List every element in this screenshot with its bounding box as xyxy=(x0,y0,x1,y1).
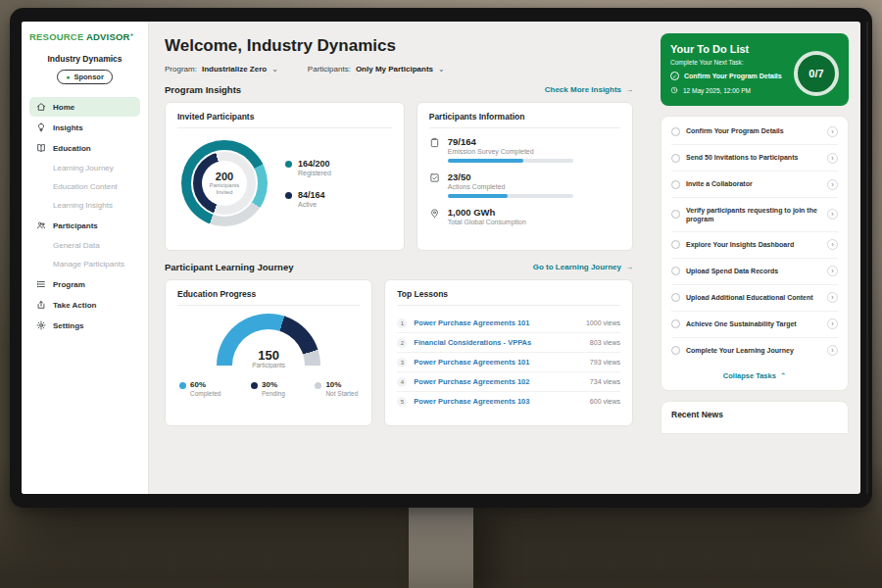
legend-completed: 60% Completed xyxy=(179,380,220,397)
lesson-row: 2 Financial Considerations - VPPAs 803 v… xyxy=(397,333,620,353)
task-checkbox[interactable] xyxy=(671,240,680,249)
gauge-legend: 60% Completed 30% Pending xyxy=(177,380,360,397)
lesson-rank: 1 xyxy=(397,318,407,328)
lesson-link[interactable]: Power Purchase Agreements 101 xyxy=(414,318,579,327)
task-row[interactable]: Explore Your Insights Dashboard › xyxy=(671,232,838,259)
task-checkbox[interactable] xyxy=(671,180,680,189)
chevron-right-icon[interactable]: › xyxy=(827,209,838,220)
chevron-down-icon: ⌄ xyxy=(438,66,445,74)
participants-select-label: Participants: xyxy=(308,65,351,74)
task-checkbox[interactable] xyxy=(671,154,680,163)
sidebar-item-general-data[interactable]: General Data xyxy=(29,236,140,255)
chevron-right-icon[interactable]: › xyxy=(827,318,838,329)
lesson-row: 3 Power Purchase Agreements 101 793 view… xyxy=(397,353,620,372)
task-checkbox[interactable] xyxy=(671,346,680,355)
task-checkbox[interactable] xyxy=(671,319,680,328)
sidebar: RESOURCE ADVISOR+ Industry Dynamics ● Sp… xyxy=(22,22,149,494)
lesson-rank: 4 xyxy=(397,377,407,387)
lesson-link[interactable]: Power Purchase Agreements 103 xyxy=(414,397,583,406)
section-title-learning-journey: Participant Learning Journey xyxy=(165,262,293,272)
task-row[interactable]: Achieve One Sustainability Target › xyxy=(671,312,838,338)
sidebar-item-program[interactable]: Program xyxy=(29,274,140,294)
todo-tasks-card: Confirm Your Program Details › Send 50 I… xyxy=(661,116,849,391)
sidebar-item-learning-journey[interactable]: Learning Journey xyxy=(29,159,140,177)
sidebar-nav: Home Insights Education Learning Journey… xyxy=(29,96,140,336)
check-more-insights-link[interactable]: Check More Insights → xyxy=(545,85,633,94)
chevron-up-icon: ⌃ xyxy=(780,371,786,380)
monitor-stand xyxy=(409,506,473,588)
gauge-center-label: Participants xyxy=(217,362,320,368)
chevron-right-icon[interactable]: › xyxy=(827,153,838,164)
lesson-rank: 2 xyxy=(397,338,407,348)
task-row[interactable]: Send 50 Invitations to Participants › xyxy=(671,145,838,172)
program-select[interactable]: Program: Industrialize Zero ⌄ xyxy=(165,65,278,74)
task-row[interactable]: Invite a Collaborator › xyxy=(671,172,838,198)
home-icon xyxy=(36,102,46,112)
progress-bar xyxy=(448,194,573,198)
stat-emission-survey: 79/164 Emission Survey Completed xyxy=(429,136,620,163)
lesson-link[interactable]: Power Purchase Agreements 102 xyxy=(414,377,583,386)
sidebar-item-manage-participants[interactable]: Manage Participants xyxy=(29,255,140,273)
lesson-views: 734 views xyxy=(590,378,620,385)
list-icon xyxy=(36,279,46,289)
sidebar-item-home[interactable]: Home xyxy=(29,97,140,117)
program-insights-header: Program Insights Check More Insights → xyxy=(165,84,633,95)
chevron-right-icon[interactable]: › xyxy=(827,239,838,250)
sidebar-item-participants[interactable]: Participants xyxy=(29,216,140,235)
sidebar-item-insights[interactable]: Insights xyxy=(29,118,140,137)
legend-registered: 164/200 Registered xyxy=(285,159,331,176)
lesson-link[interactable]: Financial Considerations - VPPAs xyxy=(414,338,583,347)
chevron-right-icon[interactable]: › xyxy=(827,292,838,303)
lesson-views: 793 views xyxy=(590,359,620,366)
chevron-down-icon: ⌄ xyxy=(271,66,278,74)
task-checkbox[interactable] xyxy=(671,127,680,136)
sidebar-item-learning-insights[interactable]: Learning Insights xyxy=(29,196,140,215)
task-checkbox[interactable] xyxy=(671,293,680,302)
task-row[interactable]: Upload Spend Data Records › xyxy=(671,259,838,285)
monitor-frame: RESOURCE ADVISOR+ Industry Dynamics ● Sp… xyxy=(10,8,872,508)
recent-news-title: Recent News xyxy=(671,410,838,419)
sidebar-item-take-action[interactable]: Take Action xyxy=(29,295,140,315)
go-to-learning-journey-link[interactable]: Go to Learning Journey → xyxy=(533,263,633,271)
task-row[interactable]: Confirm Your Program Details › xyxy=(671,119,838,145)
lesson-row: 5 Power Purchase Agreements 103 600 view… xyxy=(397,392,620,411)
education-progress-gauge-chart: 150 Participants xyxy=(217,314,320,368)
invited-participants-donut-chart: 200 Participants Invited xyxy=(181,140,268,226)
chevron-right-icon[interactable]: › xyxy=(827,266,838,276)
donut-center-label: Participants Invited xyxy=(202,182,247,196)
invited-participants-card: Invited Participants 200 Participants In… xyxy=(165,102,405,251)
sponsor-badge-label: Sponsor xyxy=(74,73,103,81)
lesson-views: 1000 views xyxy=(586,319,620,326)
learning-journey-cards: Education Progress 150 Participants 60% xyxy=(165,279,633,426)
task-checkbox[interactable] xyxy=(671,210,680,219)
task-row[interactable]: Complete Your Learning Journey › xyxy=(671,338,838,364)
chevron-right-icon[interactable]: › xyxy=(827,179,838,190)
section-title-program-insights: Program Insights xyxy=(165,84,241,95)
chevron-right-icon[interactable]: › xyxy=(827,126,838,137)
learning-journey-header: Participant Learning Journey Go to Learn… xyxy=(165,262,633,272)
sidebar-item-education-content[interactable]: Education Content xyxy=(29,177,140,196)
upload-icon xyxy=(36,300,46,310)
program-select-label: Program: xyxy=(165,65,197,74)
chevron-right-icon[interactable]: › xyxy=(827,345,838,356)
lesson-views: 600 views xyxy=(590,398,620,405)
main-content: Welcome, Industry Dynamics Program: Indu… xyxy=(149,22,649,494)
gear-icon xyxy=(36,320,46,330)
sidebar-item-settings[interactable]: Settings xyxy=(29,316,140,335)
participants-select-value: Only My Participants xyxy=(356,65,433,74)
clock-icon xyxy=(670,86,678,94)
task-checkbox[interactable] xyxy=(671,267,680,275)
org-name: Industry Dynamics xyxy=(29,54,140,64)
card-title: Top Lessons xyxy=(397,289,620,306)
legend-not-started: 10% Not Started xyxy=(315,380,358,397)
card-title: Participants Information xyxy=(429,112,620,128)
participants-select[interactable]: Participants: Only My Participants ⌄ xyxy=(308,65,445,74)
check-icon: ✓ xyxy=(670,72,679,80)
sidebar-item-education[interactable]: Education xyxy=(29,138,140,158)
legend-dot xyxy=(179,382,186,389)
collapse-tasks-button[interactable]: Collapse Tasks ⌃ xyxy=(671,364,838,388)
lesson-link[interactable]: Power Purchase Agreements 101 xyxy=(414,358,583,367)
task-row[interactable]: Verify participants requesting to join t… xyxy=(671,198,838,232)
task-row[interactable]: Upload Additional Educational Content › xyxy=(671,285,838,312)
recent-news-card: Recent News xyxy=(661,401,849,434)
